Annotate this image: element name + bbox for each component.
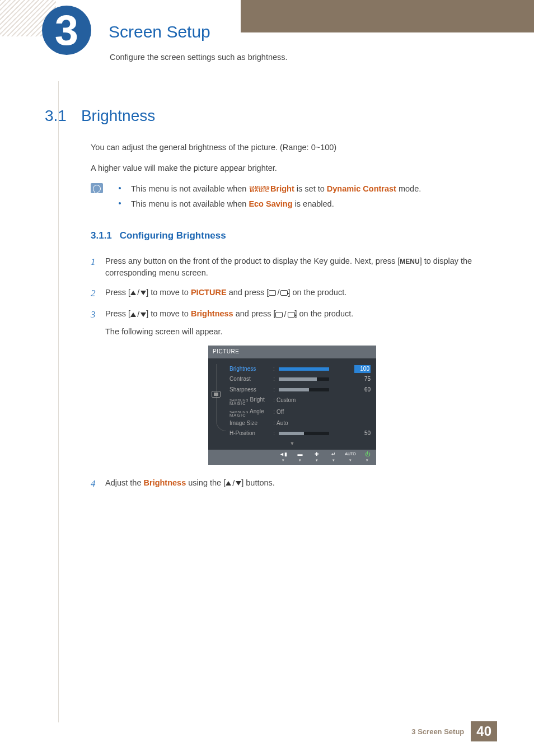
osd-row: SAMSUNGMAGIC Angle:Off — [214, 407, 371, 418]
osd-scroll-down-icon: ▼ — [214, 440, 371, 447]
osd-plus-icon: ✚ — [311, 451, 322, 458]
osd-row: Image Size:Auto — [214, 418, 371, 429]
up-down-icon: / — [226, 478, 241, 489]
osd-row: Contrast:75 — [214, 374, 371, 385]
subsection-heading: 3.1.1Configuring Brightness — [91, 229, 494, 243]
note-1: This menu is not available when SAMSUNGM… — [131, 183, 421, 195]
side-rule — [58, 81, 59, 722]
osd-minus-icon: ▬ — [294, 451, 306, 458]
footer-text: 3 Screen Setup — [411, 727, 464, 736]
intro-p2: A higher value will make the picture app… — [91, 162, 494, 174]
section-number: 3.1 — [45, 107, 67, 125]
osd-title: PICTURE — [208, 346, 376, 358]
up-down-icon: / — [130, 287, 146, 298]
osd-row: Brightness:100 — [214, 364, 371, 375]
intro-p1: You can adjust the general brightness of… — [91, 142, 494, 153]
body-content: You can adjust the general brightness of… — [91, 142, 494, 498]
menu-key: MENU — [400, 258, 419, 265]
note-icon — [91, 183, 103, 193]
osd-row: H-Position:50 — [214, 428, 371, 439]
chapter-number: 3 — [55, 9, 78, 52]
up-down-icon: / — [130, 309, 146, 320]
section-heading: 3.1 Brightness — [45, 107, 155, 125]
samsung-magic-label: SAMSUNGMAGIC — [249, 186, 270, 193]
chapter-title: Screen Setup — [109, 22, 210, 41]
osd-category-icon — [212, 391, 221, 398]
osd-enter-icon: ↵ — [328, 451, 339, 458]
osd-back-icon: ◄▮ — [278, 451, 289, 458]
page-footer: 3 Screen Setup 40 — [411, 721, 497, 741]
step-4: 4 Adjust the Brightness using the [/] bu… — [91, 477, 494, 491]
osd-power-icon: ⏻ — [362, 451, 373, 458]
osd-body: Brightness:100Contrast:75Sharpness:60SAM… — [208, 358, 376, 450]
chapter-desc: Configure the screen settings such as br… — [110, 53, 288, 62]
osd-screenshot: PICTURE Brightness:100Contrast:75Sharpne… — [208, 346, 376, 465]
step-2: 2 Press [/] to move to PICTURE and press… — [91, 287, 494, 301]
note-2: This menu is not available when Eco Savi… — [131, 198, 334, 210]
osd-auto-label: AUTO — [345, 451, 356, 458]
bullet-icon — [119, 202, 121, 204]
header-stripe — [241, 0, 534, 32]
page-number: 40 — [471, 721, 497, 741]
chapter-number-badge: 3 — [42, 6, 91, 70]
select-icon: / — [269, 287, 288, 298]
section-title: Brightness — [81, 107, 155, 125]
select-icon: / — [275, 309, 294, 320]
osd-row: Sharpness:60 — [214, 385, 371, 395]
note-block: This menu is not available when SAMSUNGM… — [91, 183, 494, 210]
osd-row: SAMSUNGMAGIC Bright:Custom — [214, 395, 371, 407]
step-1: 1 Press any button on the front of the p… — [91, 255, 494, 279]
osd-footer: ◄▮▾ ▬▾ ✚▾ ↵▾ AUTO▾ ⏻▾ — [208, 450, 376, 465]
bullet-icon — [119, 187, 121, 189]
step-3: 3 Press [/] to move to Brightness and pr… — [91, 308, 494, 338]
steps-list: 1 Press any button on the front of the p… — [91, 255, 494, 338]
